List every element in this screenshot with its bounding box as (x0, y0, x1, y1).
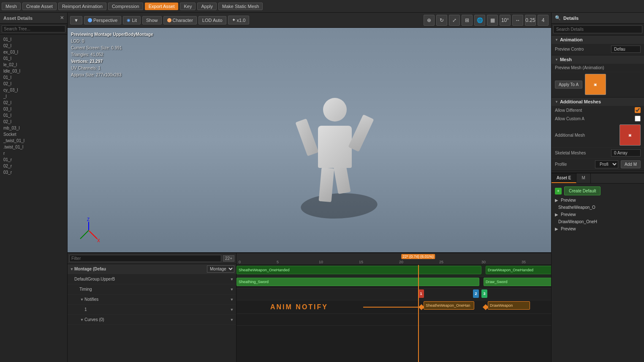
make-static-button[interactable]: Make Static Mesh (218, 3, 263, 10)
scale-step-icon-btn[interactable]: ↔ (512, 15, 523, 26)
timing-arrow[interactable]: ▼ (229, 287, 234, 292)
list-item[interactable]: _l (0, 93, 67, 100)
list-item[interactable]: Socket (0, 131, 67, 138)
notify-clip-draw[interactable]: DrawWeapon (488, 301, 530, 310)
list-item[interactable]: 02_r (0, 163, 67, 169)
list-item[interactable]: 02_l (0, 81, 67, 87)
lit-button[interactable]: ◉ Lit (123, 16, 141, 24)
export-button[interactable]: Export Asset (145, 3, 179, 10)
timing-row[interactable]: Timing ▼ (68, 284, 236, 294)
additional-meshes-header[interactable]: ▼ Additional Meshes (552, 97, 644, 106)
create-default-item[interactable]: + Create Default (553, 185, 642, 197)
perspective-button[interactable]: Perspective (84, 16, 121, 24)
track-clip-draw-header[interactable]: DrawWeapon_OneHanded (486, 266, 551, 274)
timeline-tracks[interactable]: SheatheWeapon_OneHanded DrawWeapon_OneHa… (236, 265, 551, 362)
montage-row[interactable]: ▼ Montage (Defau Montage (68, 264, 236, 274)
create-default-button[interactable]: Create Default (564, 186, 601, 195)
notifies-expand[interactable]: ▼ (229, 297, 234, 302)
add-mesh-button[interactable]: Add M (621, 160, 641, 168)
marker-3[interactable]: 3 (481, 289, 487, 298)
list-item[interactable]: r (0, 150, 67, 157)
show-button[interactable]: Show (142, 16, 162, 24)
create-asset-button[interactable]: Create Asset (22, 3, 57, 10)
list-item[interactable]: le_02_l (0, 62, 67, 68)
grid-icon-btn[interactable]: ▦ (487, 15, 498, 26)
preview-3-item[interactable]: ▶ Preview (553, 225, 642, 232)
notifies-row[interactable]: ▼ Notifies ▼ (68, 294, 236, 305)
curves-row[interactable]: ▼ Curves (0) ▼ (68, 315, 236, 325)
allow-custom-checkbox[interactable] (635, 116, 641, 122)
notify-number-arrow[interactable]: ▼ (229, 307, 234, 312)
transform-icon-btn[interactable]: ⊞ (462, 15, 473, 26)
list-item[interactable]: .twist_01_l (0, 144, 67, 150)
list-item[interactable]: cy_03_l (0, 87, 67, 93)
curves-arrow[interactable]: ▼ (79, 317, 84, 322)
apply-button[interactable]: Apply (197, 3, 217, 10)
key-button[interactable]: Key (180, 3, 196, 10)
profile-select[interactable]: Profi (595, 160, 618, 168)
list-item[interactable]: 02_l (0, 43, 67, 49)
list-item[interactable]: 03_l (0, 106, 67, 112)
list-item[interactable]: 03_r (0, 169, 67, 176)
mesh-section: ▼ Mesh Preview Mesh (Animation) Apply To… (552, 55, 644, 97)
track-clip-draw-sword[interactable]: Draw_Sword (484, 278, 551, 286)
mesh-section-header[interactable]: ▼ Mesh (552, 55, 644, 64)
list-item[interactable]: 02_l (0, 100, 67, 106)
list-item[interactable]: 01_r (0, 157, 67, 163)
marker-1[interactable]: 1 (418, 289, 424, 298)
lod-button[interactable]: LOD Auto (198, 16, 226, 24)
sidebar-search-input[interactable] (2, 25, 65, 32)
scale-value-btn[interactable]: 0.25 (525, 15, 536, 26)
grid-value-btn[interactable]: 4 (538, 15, 549, 26)
list-item[interactable]: mb_03_l (0, 125, 67, 131)
close-icon[interactable]: ✕ (60, 15, 64, 21)
list-item[interactable]: 02_l (0, 119, 67, 125)
timeline-counter: 22+ (223, 255, 234, 262)
rotate-icon-btn[interactable]: ↻ (436, 15, 447, 26)
list-item[interactable]: 01_l (0, 55, 67, 62)
montage-arrow[interactable]: ▼ (69, 267, 74, 272)
scale-icon-btn[interactable]: ⤢ (449, 15, 460, 26)
apply-to-button[interactable]: Apply To A (555, 81, 582, 89)
skeletal-meshes-value[interactable]: 0 Array (611, 149, 641, 157)
notifies-arrow[interactable]: ▼ (79, 297, 84, 302)
preview-control-value[interactable]: Defau (611, 46, 641, 53)
notify-sub-row[interactable]: 1 ▼ (68, 305, 236, 315)
group-row[interactable]: DefaultGroup.UpperB ▼ (68, 274, 236, 284)
draw-asset-item[interactable]: DrawWeapon_OneH (553, 218, 642, 225)
notify-clip-sheathe[interactable]: SheatheWeapon_OneHan (424, 301, 474, 310)
group-arrow[interactable]: ▼ (229, 277, 234, 282)
montage-type-select[interactable]: Montage (207, 265, 234, 273)
allow-different-checkbox[interactable] (635, 107, 641, 113)
details-search-input[interactable] (553, 25, 642, 33)
track-clip-sheathe-header[interactable]: SheatheWeapon_OneHanded (236, 266, 481, 274)
preview-2-item[interactable]: ▶ Preview (553, 211, 642, 218)
move-icon-btn[interactable]: ⊕ (424, 15, 435, 26)
char-torso (318, 126, 352, 168)
3d-viewport[interactable]: Previewing Montage UpperBodyMontage LOD:… (68, 28, 551, 252)
character-button[interactable]: Character (163, 16, 197, 24)
list-item[interactable]: ldle_03_l (0, 68, 67, 74)
timeline-filter-input[interactable] (69, 255, 221, 262)
animation-section-header[interactable]: ▼ Animation (552, 35, 644, 44)
sheathe-asset-item[interactable]: SheatheWeapon_O (553, 204, 642, 211)
compression-button[interactable]: Compression (108, 3, 143, 10)
list-item[interactable]: _twist_01_l (0, 138, 67, 144)
angle-btn[interactable]: 10° (500, 15, 511, 26)
scale-button[interactable]: ✦ x1.0 (228, 16, 250, 24)
list-item[interactable]: 01_l (0, 74, 67, 81)
viewport-menu-button[interactable]: ▼ (70, 16, 82, 24)
preview-1-item[interactable]: ▶ Preview (553, 197, 642, 204)
character-icon (167, 18, 171, 22)
curves-expand[interactable]: ▼ (229, 317, 234, 322)
marker-2[interactable]: 2 (473, 289, 479, 298)
list-item[interactable]: ex_03_l (0, 49, 67, 55)
asset-tab-2[interactable]: M (576, 173, 590, 183)
asset-tab-1[interactable]: Asset E (552, 173, 576, 183)
list-item[interactable]: 01_l (0, 36, 67, 43)
reimport-button[interactable]: Reimport Animation (58, 3, 106, 10)
list-item[interactable]: 01_l (0, 112, 67, 119)
world-icon-btn[interactable]: 🌐 (474, 15, 485, 26)
track-clip-sheathing[interactable]: Sheathing_Sword (236, 278, 479, 286)
mesh-button[interactable]: Mesh (2, 3, 21, 10)
